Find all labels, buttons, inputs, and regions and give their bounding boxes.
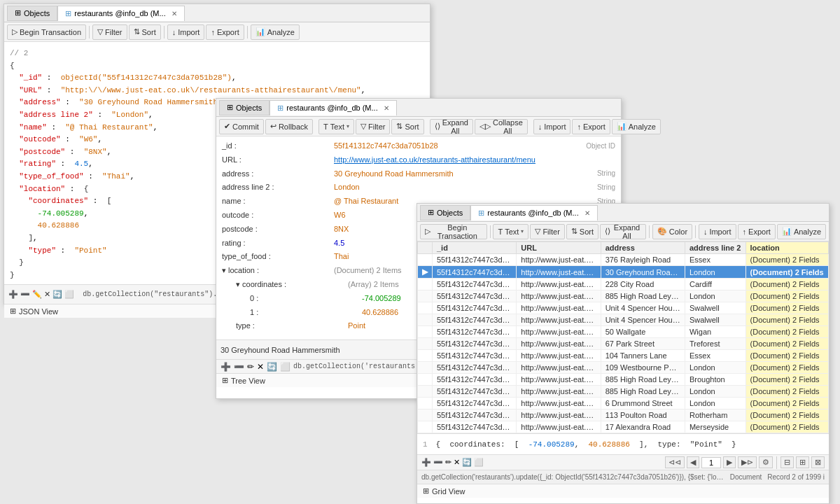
nav-last[interactable]: ▶⊳ [738, 456, 757, 468]
refresh-icon-3[interactable]: 🔄 [462, 458, 472, 467]
field-value-url[interactable]: http://www.just-eat.co.uk/restaurants-at… [334, 153, 545, 167]
table-row[interactable]: 55f14312c7447c3da7051b30http://www.just-… [418, 290, 829, 302]
table-row[interactable]: 55f14312c7447c3da7051b26http://www.just-… [418, 279, 829, 290]
cell-addr2: Swalwell [685, 314, 746, 326]
text-button-3[interactable]: T Text ▾ [493, 224, 528, 239]
analyze-button-2[interactable]: 📊 Analyze [612, 119, 661, 134]
tree-row-url[interactable]: URL : http://www.just-eat.co.uk/restaura… [222, 153, 615, 167]
toolbar-1: ▷ Begin Transaction ▽ Filter ⇅ Sort ↓ Im… [4, 22, 430, 42]
rollback-button[interactable]: ↩ Rollback [265, 119, 313, 134]
table-row[interactable]: 55f14312c7447c3da7051b32http://www.just-… [418, 326, 829, 338]
analyze-button-1[interactable]: 📊 Analyze [251, 24, 300, 40]
col-header-location[interactable]: location [746, 242, 828, 254]
table-row[interactable]: 55f14312c7447c3da7051b2dhttp://www.just-… [418, 398, 829, 410]
tab-restaurants-1[interactable]: ⊞ restaurants @info_db (M... ✕ [57, 6, 184, 21]
table-icon-3: ⊞ [478, 209, 484, 218]
sep-1 [89, 26, 90, 38]
tab-restaurants-3[interactable]: ⊞ restaurants @info_db (M... ✕ [470, 205, 597, 220]
color-button[interactable]: 🎨 Color [652, 224, 692, 239]
page-input[interactable] [701, 457, 721, 468]
nav-settings[interactable]: ⚙ [759, 456, 773, 468]
table-row[interactable]: 55f14312c7447c3da7051b33http://www.just-… [418, 350, 829, 362]
import-button-3[interactable]: ↓ Import [699, 224, 736, 239]
grid-content[interactable]: _id URL address address line 2 location … [417, 241, 829, 433]
col-header-url[interactable]: URL [517, 242, 601, 254]
cell-url: http://www.just-eat.co.uk/r [517, 266, 601, 279]
table-row[interactable]: 55f14312c7447c3da7051b2ahttp://www.just-… [418, 374, 829, 386]
view-btn-1[interactable]: ⊟ [780, 456, 794, 468]
analyze-button-3[interactable]: 📊 Analyze [777, 224, 826, 239]
filter-button-2[interactable]: ▽ Filter [356, 119, 390, 134]
tab-objects-3[interactable]: ⊞ Objects [420, 205, 470, 220]
edit-icon-3[interactable]: ✏ [445, 458, 451, 467]
text-icon: T [323, 122, 328, 131]
tab-objects-1[interactable]: ⊞ Objects [7, 6, 57, 21]
begin-transaction-button-3[interactable]: ▷ Begin Transaction [420, 224, 487, 239]
view-btn-2[interactable]: ⊞ [796, 456, 809, 468]
table-row[interactable]: 55f14312c7447c3da7051b34http://www.just-… [418, 362, 829, 374]
sort-icon-3: ⇅ [571, 227, 578, 236]
sort-button-1[interactable]: ⇅ Sort [129, 24, 161, 40]
commit-button[interactable]: ✔ Commit [219, 119, 264, 134]
cell-addr2: Essex [685, 350, 746, 362]
export-button-1[interactable]: ↑ Export [206, 24, 244, 40]
view-btn-3[interactable]: ⊠ [811, 456, 825, 468]
tab-close-3[interactable]: ✕ [584, 209, 590, 217]
table-row[interactable]: ▶55f14312c7447c3da7051b28http://www.just… [418, 266, 829, 279]
table-row[interactable]: 55f14312c7447c3da7051b31http://www.just-… [418, 338, 829, 350]
filter-button-3[interactable]: ▽ Filter [530, 224, 564, 239]
row-indicator [418, 421, 433, 433]
remove-icon-3[interactable]: ➖ [433, 458, 443, 467]
export-button-3[interactable]: ↑ Export [738, 224, 776, 239]
filter-button-1[interactable]: ▽ Filter [92, 24, 127, 40]
table-row[interactable]: 55f14312c7447c3da7051b2chttp://www.just-… [418, 386, 829, 398]
begin-transaction-button[interactable]: ▷ Begin Transaction [7, 24, 86, 40]
row-indicator [418, 338, 433, 350]
export-button-2[interactable]: ↑ Export [572, 119, 610, 134]
sort-button-3[interactable]: ⇅ Sort [566, 224, 598, 239]
transaction-icon-3: ▷ [425, 227, 430, 236]
objects-icon-3: ⊞ [428, 208, 434, 217]
nav-first[interactable]: ⊲⊲ [665, 456, 685, 468]
import-button-2[interactable]: ↓ Import [533, 119, 571, 134]
remove-icon-2[interactable]: ➖ [234, 362, 244, 372]
table-row[interactable]: 55f14312c7447c3da7051b27http://www.just-… [418, 254, 829, 266]
tab-restaurants-2[interactable]: ⊞ restaurants @info_db (M... ✕ [270, 100, 396, 115]
box-icon-2: ⬜ [280, 362, 290, 372]
tree-row-addr2[interactable]: address line 2 : London String [222, 181, 615, 195]
cell-id: 55f14312c7447c3da7051b2a [433, 374, 517, 386]
tab-objects-2[interactable]: ⊞ Objects [219, 100, 270, 115]
row-indicator: ▶ [418, 266, 433, 279]
nav-prev[interactable]: ◀ [687, 456, 699, 468]
col-header-id[interactable]: _id [433, 242, 517, 254]
field-label-addr2: address line 2 : [222, 181, 334, 195]
table-row[interactable]: 55f14312c7447c3da7051b30http://www.just-… [418, 314, 829, 326]
tab-close-2[interactable]: ✕ [384, 104, 389, 112]
expand-all-button[interactable]: ⟨⟩ Expand All [430, 119, 473, 134]
cell-location: (Document) 2 Fields [746, 302, 828, 314]
collapse-all-button[interactable]: ◁▷ Collapse All [475, 119, 528, 134]
table-row[interactable]: 55f14312c7447c3da7051b2fhttp://www.just-… [418, 302, 829, 314]
export-icon-3: ↑ [743, 227, 747, 236]
import-button-1[interactable]: ↓ Import [167, 24, 205, 40]
nav-next[interactable]: ▶ [723, 456, 736, 468]
cell-url: http://www.just-eat.co.uk/r [517, 350, 601, 362]
add-icon-2[interactable]: ➕ [220, 362, 231, 372]
clear-icon-3[interactable]: ✕ [454, 458, 460, 467]
table-row[interactable]: 55f14312c7447c3da7051b35http://www.just-… [418, 421, 829, 433]
table-row[interactable]: 55f14312c7447c3da7051b2bhttp://www.just-… [418, 410, 829, 421]
clear-icon-2[interactable]: ✕ [257, 362, 264, 372]
col-header-addr2[interactable]: address line 2 [685, 242, 746, 254]
table-icon-1: ⊞ [65, 9, 71, 18]
sort-button-2[interactable]: ⇅ Sort [391, 119, 424, 134]
text-button[interactable]: T Text ▾ [318, 119, 354, 134]
refresh-icon-2[interactable]: 🔄 [267, 362, 277, 372]
edit-icon-2[interactable]: ✏ [247, 362, 254, 372]
tree-row-id[interactable]: _id : 55f141312c7447c3da7051b28 Object I… [222, 139, 615, 153]
cell-id: 55f14312c7447c3da7051b33 [433, 350, 517, 362]
tab-close-1[interactable]: ✕ [172, 10, 177, 18]
expand-all-button-3[interactable]: ⟨⟩ Expand All [600, 224, 646, 239]
add-icon-3[interactable]: ➕ [421, 458, 431, 467]
col-header-address[interactable]: address [601, 242, 685, 254]
tree-row-address[interactable]: address : 30 Greyhound Road Hammersmith … [222, 167, 615, 181]
